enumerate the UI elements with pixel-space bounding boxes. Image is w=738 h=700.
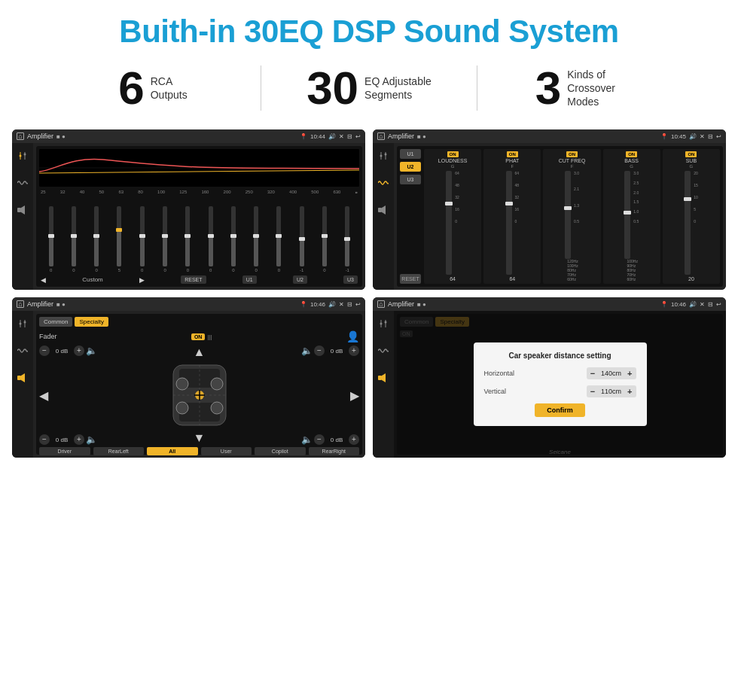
dialog-screen: ⌂ Amplifier ■ ● 📍 10:46 🔊 ✕ ⊟ ↩ <box>373 297 726 458</box>
tab-common[interactable]: Common <box>39 317 72 327</box>
back-icon-1[interactable]: ↩ <box>355 133 361 140</box>
vertical-plus[interactable]: + <box>627 387 632 396</box>
u1-btn[interactable]: U1 <box>242 275 257 284</box>
preset-u3[interactable]: U3 <box>400 175 421 184</box>
btn-all[interactable]: All <box>147 447 198 455</box>
tab-specialty[interactable]: Specialty <box>75 317 108 327</box>
expand-icon-3[interactable]: ⊟ <box>347 301 352 308</box>
btn-rearleft[interactable]: RearLeft <box>93 447 145 455</box>
bass-slider[interactable] <box>624 171 630 259</box>
sidebar-wave-icon-3[interactable] <box>16 344 29 358</box>
sidebar-wave-icon[interactable] <box>16 176 29 190</box>
reset-btn[interactable]: RESET <box>181 275 206 284</box>
dialog-horizontal-input[interactable]: − 140cm + <box>587 367 636 379</box>
db-plus-br[interactable]: + <box>349 434 359 445</box>
sidebar-eq-icon[interactable] <box>16 149 29 163</box>
sidebar-speaker-icon-2[interactable] <box>377 203 390 217</box>
eq-slider-7[interactable]: 0 <box>200 206 221 272</box>
db-minus-tr[interactable]: − <box>314 345 325 356</box>
fader-on-toggle[interactable]: ON <box>191 333 206 340</box>
sidebar-speaker-icon[interactable] <box>16 203 29 217</box>
on-badge-bass[interactable]: ON <box>626 151 637 157</box>
eq-slider-2[interactable]: 0 <box>87 206 107 272</box>
vertical-minus[interactable]: − <box>590 387 595 396</box>
on-badge-cutfreq[interactable]: ON <box>566 151 578 157</box>
btn-copilot[interactable]: Copilot <box>255 447 306 455</box>
x-icon-1[interactable]: ✕ <box>339 133 344 140</box>
back-icon-4[interactable]: ↩ <box>716 301 721 308</box>
x-icon-3[interactable]: ✕ <box>339 301 344 308</box>
on-badge-phat[interactable]: ON <box>507 151 518 157</box>
sidebar-speaker-icon-4[interactable] <box>377 371 390 385</box>
expand-icon-1[interactable]: ⊟ <box>347 133 352 140</box>
sidebar-wave-icon-4[interactable] <box>377 344 390 358</box>
eq-slider-6[interactable]: 0 <box>178 206 198 272</box>
horizontal-plus[interactable]: + <box>627 369 632 378</box>
eq-slider-1[interactable]: 0 <box>63 206 84 272</box>
fader-right-arrow[interactable]: ▶ <box>350 388 359 403</box>
expand-icon-2[interactable]: ⊟ <box>708 133 713 140</box>
eq-slider-12[interactable]: 0 <box>314 206 334 272</box>
eq-slider-4[interactable]: 0 <box>132 206 152 272</box>
sub-slider[interactable] <box>685 171 691 275</box>
sidebar-eq-icon-4[interactable] <box>377 317 390 330</box>
db-plus-tl[interactable]: + <box>74 345 84 356</box>
time-2: 10:45 <box>671 133 686 140</box>
horizontal-minus[interactable]: − <box>590 369 595 378</box>
btn-rearright[interactable]: RearRight <box>309 447 360 455</box>
eq-slider-13[interactable]: -1 <box>337 206 358 272</box>
home-icon-3[interactable]: ⌂ <box>17 300 24 308</box>
double-arrow[interactable]: » <box>355 190 358 194</box>
expand-icon-4[interactable]: ⊟ <box>708 301 713 308</box>
on-badge-sub[interactable]: ON <box>685 151 697 157</box>
eq-slider-3[interactable]: 5 <box>109 206 130 272</box>
back-icon-2[interactable]: ↩ <box>716 133 721 140</box>
fader-up-arrow[interactable]: ▲ <box>194 345 206 359</box>
db-minus-br[interactable]: − <box>314 434 325 445</box>
u2-btn[interactable]: U2 <box>293 275 307 284</box>
eq-slider-0[interactable]: 0 <box>41 206 61 272</box>
db-control-bot-left: − 0 dB + 🔈 <box>39 434 97 445</box>
preset-u1[interactable]: U1 <box>400 149 421 159</box>
db-plus-bl[interactable]: + <box>74 434 84 445</box>
dialog-vertical-input[interactable]: − 110cm + <box>587 385 636 397</box>
dialog-vertical-label: Vertical <box>484 388 507 395</box>
eq-slider-5[interactable]: 0 <box>154 206 175 272</box>
fader-down-arrow[interactable]: ▼ <box>194 431 206 445</box>
btn-driver[interactable]: Driver <box>39 447 90 455</box>
eq-slider-9[interactable]: 0 <box>246 206 267 272</box>
u3-btn[interactable]: U3 <box>343 275 358 284</box>
preset-u2[interactable]: U2 <box>400 162 421 172</box>
prev-arrow[interactable]: ◀ <box>41 276 46 284</box>
fader-left-arrow[interactable]: ◀ <box>39 388 48 403</box>
fader-user-icon[interactable]: 👤 <box>346 330 359 342</box>
db-plus-tr[interactable]: + <box>349 345 359 356</box>
loudness-header: ON LOUDNESS G <box>438 151 468 169</box>
phat-slider[interactable] <box>506 171 512 275</box>
confirm-button[interactable]: Confirm <box>535 403 585 417</box>
db-minus-tl[interactable]: − <box>39 345 50 356</box>
sidebar-eq-icon-3[interactable] <box>16 317 29 330</box>
home-icon-2[interactable]: ⌂ <box>377 132 385 140</box>
topbar-icons-4: ■ ● <box>417 301 426 308</box>
eq-slider-10[interactable]: 0 <box>269 206 289 272</box>
back-icon-3[interactable]: ↩ <box>355 301 361 308</box>
loudness-slider[interactable] <box>446 171 452 275</box>
home-icon-1[interactable]: ⌂ <box>17 132 24 140</box>
x-icon-4[interactable]: ✕ <box>700 301 705 308</box>
x-icon-2[interactable]: ✕ <box>700 133 705 140</box>
sidebar-speaker-icon-3[interactable] <box>16 371 29 385</box>
sidebar-wave-icon-2[interactable] <box>377 176 390 190</box>
btn-user[interactable]: User <box>201 447 252 455</box>
module-loudness: ON LOUDNESS G 644832160 <box>424 149 481 284</box>
eq-slider-8[interactable]: 0 <box>223 206 243 272</box>
on-badge-loudness[interactable]: ON <box>447 151 459 157</box>
eq-slider-11[interactable]: -1 <box>291 206 312 272</box>
cutfreq-slider[interactable] <box>565 171 571 259</box>
db-minus-bl[interactable]: − <box>39 434 50 445</box>
sidebar-eq-icon-2[interactable] <box>377 149 390 163</box>
amp-panel: U1 U2 U3 RESET ON LOUDNESS <box>397 146 723 287</box>
next-arrow[interactable]: ▶ <box>139 276 145 284</box>
home-icon-4[interactable]: ⌂ <box>377 300 385 308</box>
amp-reset[interactable]: RESET <box>400 274 421 284</box>
